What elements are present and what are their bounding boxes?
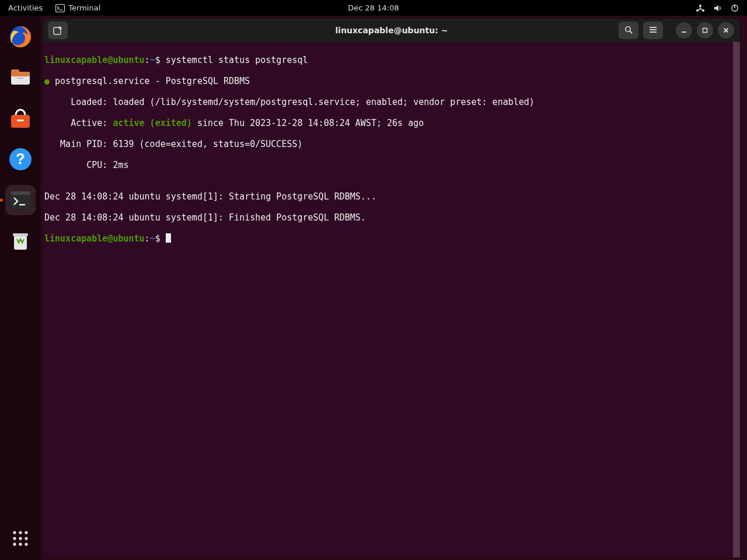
hamburger-icon [648, 26, 658, 36]
svg-point-22 [25, 531, 27, 534]
svg-point-32 [626, 26, 630, 31]
maximize-icon [701, 27, 708, 34]
service-line: ● postgresql.service - PostgreSQL RDBMS [43, 76, 736, 86]
active-state: active (exited) [113, 118, 191, 128]
svg-rect-12 [17, 120, 24, 121]
svg-point-24 [19, 537, 22, 540]
hamburger-menu-button[interactable] [643, 22, 663, 39]
prompt-path: ~ [150, 55, 155, 65]
status-dot-icon: ● [44, 76, 50, 86]
new-tab-button[interactable] [48, 22, 68, 39]
svg-rect-38 [703, 29, 707, 33]
prompt-line-1: linuxcapable@ubuntu:~$ systemctl status … [43, 55, 736, 65]
svg-rect-19 [13, 233, 28, 236]
topbar-app-label: Terminal [68, 4, 100, 12]
terminal-body[interactable]: linuxcapable@ubuntu:~$ systemctl status … [43, 42, 740, 558]
prompt-line-2: linuxcapable@ubuntu:~$ [43, 233, 736, 244]
close-button[interactable] [718, 22, 734, 38]
svg-rect-9 [11, 69, 19, 73]
log-line-1: Dec 28 14:08:24 ubuntu systemd[1]: Start… [43, 191, 736, 202]
search-icon [624, 25, 633, 36]
active-line: Active: active (exited) since Thu 2023-1… [43, 118, 736, 128]
topbar-clock[interactable]: Dec 28 14:08 [348, 4, 399, 12]
minimize-button[interactable] [676, 22, 692, 38]
dock-files[interactable] [5, 62, 36, 93]
svg-point-21 [19, 531, 22, 534]
ubuntu-dock: ? [0, 16, 41, 560]
terminal-menu-icon [55, 4, 65, 12]
dock-software[interactable] [5, 103, 36, 134]
log-line-2: Dec 28 14:08:24 ubuntu systemd[1]: Finis… [43, 212, 736, 223]
svg-point-26 [13, 542, 16, 545]
dock-trash[interactable] [5, 226, 36, 256]
svg-point-20 [13, 531, 16, 534]
power-icon[interactable] [731, 4, 739, 12]
cpu-line: CPU: 2ms [43, 160, 736, 170]
svg-point-27 [19, 542, 22, 545]
svg-line-33 [630, 31, 633, 33]
maximize-button[interactable] [697, 22, 713, 38]
svg-rect-10 [17, 78, 24, 79]
command-text: systemctl status postgresql [166, 55, 308, 65]
svg-rect-0 [56, 4, 65, 12]
volume-icon[interactable] [713, 4, 722, 12]
topbar-app-menu[interactable]: Terminal [55, 4, 100, 12]
dock-firefox[interactable] [5, 22, 36, 52]
dock-help[interactable]: ? [5, 144, 36, 174]
svg-point-23 [13, 537, 16, 540]
minimize-icon [680, 27, 687, 34]
mainpid-line: Main PID: 6139 (code=exited, status=0/SU… [43, 139, 736, 149]
dock-terminal[interactable] [5, 185, 36, 215]
svg-point-25 [25, 537, 27, 540]
prompt-dollar: $ [155, 55, 160, 65]
close-icon [722, 27, 729, 34]
terminal-scrollbar[interactable] [733, 42, 740, 558]
svg-rect-16 [11, 191, 30, 195]
window-title: linuxcapable@ubuntu: ~ [336, 26, 448, 35]
gnome-top-bar: Activities Terminal Dec 28 14:08 [0, 0, 747, 16]
loaded-line: Loaded: loaded (/lib/systemd/system/post… [43, 97, 736, 107]
search-button[interactable] [619, 22, 638, 39]
terminal-window: linuxcapable@ubuntu: ~ linuxcapable@ubun… [43, 19, 740, 558]
svg-text:?: ? [16, 150, 25, 167]
network-icon[interactable] [696, 4, 705, 12]
activities-button[interactable]: Activities [8, 4, 43, 12]
svg-point-1 [699, 5, 701, 7]
terminal-titlebar: linuxcapable@ubuntu: ~ [43, 19, 740, 42]
prompt-user: linuxcapable [44, 55, 107, 65]
svg-point-28 [25, 542, 27, 545]
prompt-host: ubuntu [113, 55, 144, 65]
show-applications-button[interactable] [11, 528, 30, 548]
cursor [166, 233, 171, 243]
